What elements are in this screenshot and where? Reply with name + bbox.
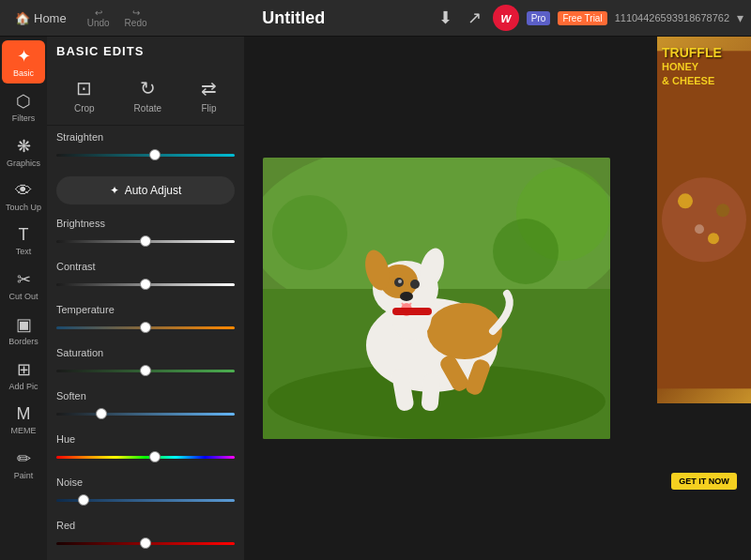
title-area: Untitled: [161, 8, 427, 28]
paint-icon: ✏: [17, 448, 31, 469]
hue-thumb[interactable]: [149, 451, 161, 462]
soften-thumb[interactable]: [96, 408, 107, 419]
red-slider[interactable]: [56, 535, 235, 552]
noise-slider[interactable]: [56, 492, 235, 508]
crop-tool-icon: ⊡: [76, 77, 92, 99]
ad-title-line1: TRUFFLE: [662, 46, 751, 60]
sidebar-item-borders[interactable]: ▣ Borders: [2, 309, 45, 352]
temperature-thumb[interactable]: [140, 322, 151, 333]
temperature-slider[interactable]: [56, 319, 235, 336]
food-svg: [657, 37, 751, 403]
undo-label: Undo: [87, 18, 110, 28]
sidebar-item-basic[interactable]: ✦ Basic: [2, 40, 45, 83]
saturation-slider[interactable]: [56, 362, 235, 379]
chevron-down-icon[interactable]: ▾: [737, 10, 743, 25]
contrast-thumb[interactable]: [140, 279, 151, 290]
saturation-track: [56, 370, 235, 372]
contrast-slider[interactable]: [56, 276, 235, 293]
redo-button[interactable]: ↪ Redo: [119, 6, 153, 30]
ad-food-image: TRUFFLE HONEY & CHEESE: [657, 37, 751, 403]
text-icon: T: [19, 225, 29, 245]
sidebar-item-graphics[interactable]: ❋ Graphics: [2, 130, 45, 174]
borders-label: Borders: [8, 337, 38, 346]
soften-label: Soften: [56, 390, 235, 401]
sidebar-item-paint[interactable]: ✏ Paint: [2, 443, 45, 486]
contrast-label: Contrast: [56, 261, 235, 272]
sidebar-item-cut-out[interactable]: ✂ Cut Out: [2, 264, 45, 307]
tool-crop-button[interactable]: ⊡ Crop: [65, 71, 104, 119]
auto-adjust-icon: ✦: [110, 184, 119, 197]
graphics-icon: ❋: [17, 136, 31, 157]
ad-panel: TRUFFLE HONEY & CHEESE GET IT NOW: [657, 37, 751, 560]
sidebar-item-text[interactable]: T Text: [2, 219, 45, 262]
panel-header: BASIC EDITS: [47, 37, 244, 66]
brightness-section: Brightness: [47, 212, 244, 255]
straighten-section: Straighten: [47, 126, 244, 169]
share-button[interactable]: ↗: [464, 4, 485, 32]
dog-image-svg: [263, 158, 610, 439]
straighten-thumb[interactable]: [149, 149, 161, 160]
saturation-section: Saturation: [47, 341, 244, 385]
add-pic-icon: ⊞: [17, 359, 31, 380]
tool-flip-button[interactable]: ⇄ Flip: [192, 71, 226, 119]
svg-point-25: [662, 177, 746, 262]
red-thumb[interactable]: [140, 537, 151, 549]
hue-track: [56, 456, 235, 459]
canvas-image[interactable]: [263, 158, 610, 439]
svg-point-28: [695, 224, 704, 234]
ad-bottom: GET IT NOW: [657, 403, 751, 560]
home-icon: 🏠: [15, 11, 30, 25]
svg-point-29: [716, 204, 729, 217]
noise-track: [56, 499, 235, 502]
cut-out-icon: ✂: [17, 269, 31, 290]
ad-title-line2: HONEY: [662, 60, 751, 73]
sidebar-item-add-pic[interactable]: ⊞ Add Pic: [2, 354, 45, 397]
brightness-slider[interactable]: [56, 233, 235, 250]
left-sidebar: ✦ Basic ⬡ Filters ❋ Graphics 👁 Touch Up …: [0, 37, 47, 560]
ad-top: TRUFFLE HONEY & CHEESE: [657, 37, 751, 403]
home-label: Home: [34, 11, 67, 25]
svg-point-23: [493, 219, 559, 284]
tool-rotate-button[interactable]: ↻ Rotate: [125, 71, 171, 119]
redo-icon: ↪: [132, 8, 140, 18]
download-button[interactable]: ⬇: [435, 4, 456, 32]
brightness-thumb[interactable]: [140, 235, 151, 247]
meme-icon: M: [17, 404, 31, 424]
temperature-track: [56, 326, 235, 329]
walgreens-logo: w: [493, 5, 519, 31]
graphics-label: Graphics: [7, 159, 40, 168]
contrast-section: Contrast: [47, 255, 244, 298]
brightness-track: [56, 240, 235, 243]
contrast-track: [56, 283, 235, 286]
straighten-slider[interactable]: [56, 146, 235, 163]
noise-section: Noise: [47, 471, 244, 514]
soften-track: [56, 413, 235, 416]
hue-section: Hue: [47, 428, 244, 471]
ad-text-overlay: TRUFFLE HONEY & CHEESE: [662, 46, 751, 87]
sidebar-item-touch-up[interactable]: 👁 Touch Up: [2, 175, 45, 218]
free-trial-badge: Free Trial: [558, 11, 606, 25]
red-section: Red: [47, 514, 244, 557]
topbar-actions: ⬇ ↗ w Pro Free Trial 1110442659391867876…: [435, 4, 743, 32]
svg-rect-7: [421, 372, 440, 411]
sidebar-item-meme[interactable]: M MEME: [2, 399, 45, 441]
sidebar-item-filters[interactable]: ⬡ Filters: [2, 85, 45, 129]
svg-point-21: [272, 195, 347, 270]
main-area: ✦ Basic ⬡ Filters ❋ Graphics 👁 Touch Up …: [0, 37, 751, 560]
filters-icon: ⬡: [16, 91, 31, 112]
ad-content: TRUFFLE HONEY & CHEESE GET IT NOW: [657, 37, 751, 560]
home-button[interactable]: 🏠 Home: [8, 8, 74, 29]
paint-label: Paint: [14, 471, 34, 480]
auto-adjust-button[interactable]: ✦ Auto Adjust: [56, 176, 235, 204]
undo-button[interactable]: ↩ Undo: [82, 6, 115, 30]
canvas-area[interactable]: [244, 37, 657, 560]
hue-slider[interactable]: [56, 448, 235, 465]
temperature-section: Temperature: [47, 298, 244, 341]
noise-thumb[interactable]: [78, 494, 89, 506]
tools-panel: BASIC EDITS ⊡ Crop ↻ Rotate ⇄ Flip Strai…: [47, 37, 244, 560]
svg-point-18: [400, 292, 413, 301]
crop-tool-label: Crop: [74, 103, 95, 114]
ad-cta-button[interactable]: GET IT NOW: [671, 473, 737, 490]
soften-slider[interactable]: [56, 405, 235, 422]
saturation-thumb[interactable]: [140, 365, 151, 376]
